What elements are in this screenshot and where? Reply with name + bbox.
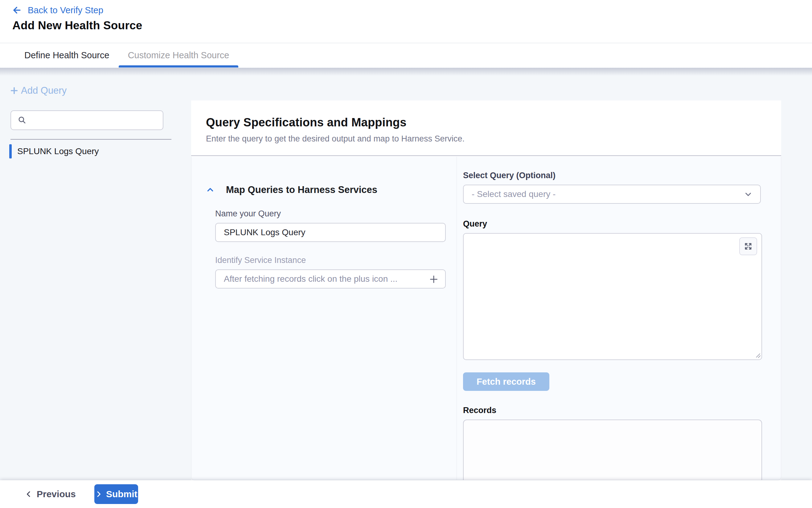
query-search-input[interactable] (27, 111, 163, 129)
records-box (463, 420, 762, 480)
previous-label: Previous (37, 489, 76, 499)
map-queries-section-title: Map Queries to Harness Services (226, 184, 377, 196)
tab-label: Define Health Source (24, 50, 110, 60)
query-textarea-wrap (463, 233, 762, 361)
add-health-source-page: Back to Verify Step Add New Health Sourc… (0, 0, 812, 508)
plus-icon (9, 86, 19, 95)
records-label: Records (463, 406, 763, 415)
query-spec-panel: Query Specifications and Mappings Enter … (191, 100, 781, 480)
panel-subtitle: Enter the query to get the desired outpu… (206, 134, 766, 144)
map-queries-column: Map Queries to Harness Services Name you… (191, 157, 457, 480)
expand-arrows-icon (743, 242, 753, 251)
back-arrow-icon (12, 5, 22, 15)
saved-query-select[interactable]: - Select saved query - (463, 185, 761, 204)
query-sidebar: Add Query SPLUNK Logs Query (0, 68, 191, 480)
active-tab-underline (119, 66, 239, 68)
query-search-box (10, 110, 163, 130)
fetch-records-button[interactable]: Fetch records (463, 372, 549, 391)
content-area: Add Query SPLUNK Logs Query Query Specif… (0, 68, 812, 480)
add-query-button[interactable]: Add Query (9, 85, 67, 96)
top-header: Back to Verify Step Add New Health Sourc… (0, 0, 812, 43)
chevron-right-icon (95, 491, 102, 498)
submit-button[interactable]: Submit (94, 484, 138, 504)
textarea-resize-handle[interactable] (755, 352, 761, 358)
query-label: Query (463, 219, 763, 229)
identify-service-instance-label: Identify Service Instance (215, 256, 457, 265)
add-query-label: Add Query (21, 85, 67, 96)
query-name-input[interactable] (215, 223, 446, 242)
map-queries-section-toggle[interactable]: Map Queries to Harness Services (206, 184, 457, 196)
tab-define-health-source[interactable]: Define Health Source (15, 43, 119, 68)
add-service-instance-icon[interactable] (428, 274, 439, 285)
search-icon (17, 115, 27, 125)
back-link-label: Back to Verify Step (28, 5, 103, 15)
sidebar-item-splunk-logs-query[interactable]: SPLUNK Logs Query (9, 144, 99, 159)
tab-label: Customize Health Source (128, 50, 229, 60)
tab-customize-health-source[interactable]: Customize Health Source (119, 43, 239, 68)
chevron-left-icon (25, 491, 32, 498)
back-to-verify-link[interactable]: Back to Verify Step (12, 5, 103, 15)
panel-body: Map Queries to Harness Services Name you… (191, 157, 781, 480)
panel-title: Query Specifications and Mappings (206, 116, 766, 129)
select-query-label: Select Query (Optional) (463, 171, 763, 180)
query-item-label: SPLUNK Logs Query (17, 146, 99, 156)
submit-label: Submit (106, 489, 137, 499)
chevron-down-icon (743, 189, 753, 199)
expand-query-button[interactable] (739, 237, 757, 255)
name-your-query-label: Name your Query (215, 209, 457, 218)
service-instance-input[interactable] (215, 269, 446, 289)
footer-bar: Previous Submit (0, 480, 812, 508)
panel-header: Query Specifications and Mappings Enter … (191, 100, 781, 156)
selected-query-indicator (9, 144, 12, 159)
previous-button[interactable]: Previous (25, 489, 76, 499)
query-column: Select Query (Optional) - Select saved q… (457, 157, 781, 480)
sidebar-divider (10, 139, 171, 140)
query-textarea[interactable] (463, 233, 762, 360)
saved-query-select-value: - Select saved query - (472, 189, 556, 199)
service-instance-field (215, 269, 446, 289)
chevron-up-icon (206, 186, 214, 194)
step-tabbar: Define Health Source Customize Health So… (0, 43, 812, 68)
page-title: Add New Health Source (12, 19, 142, 32)
